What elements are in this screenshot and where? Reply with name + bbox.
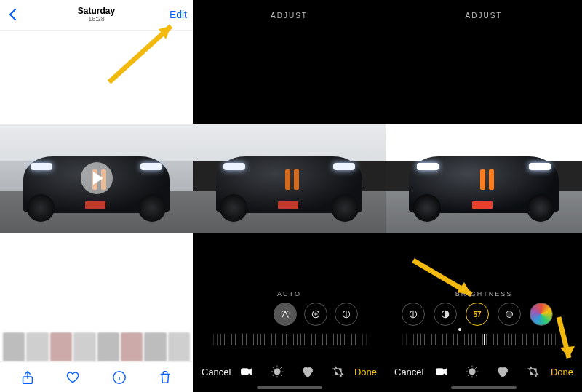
back-chevron-icon[interactable]: [6, 7, 20, 25]
done-button[interactable]: Done: [354, 367, 377, 377]
home-indicator: [451, 386, 517, 389]
cancel-button[interactable]: Cancel: [394, 367, 423, 377]
filters-tab-icon[interactable]: [495, 364, 510, 379]
exposure-icon[interactable]: [304, 303, 327, 326]
adjustment-carousel[interactable]: 57: [386, 300, 582, 328]
svg-point-12: [469, 369, 475, 375]
auto-adjust-icon[interactable]: [274, 303, 297, 326]
video-frame: [193, 124, 386, 233]
video-preview[interactable]: [0, 124, 193, 233]
black-point-icon[interactable]: [498, 303, 521, 326]
filters-tab-icon[interactable]: [300, 364, 315, 379]
adjust-tab-icon[interactable]: [465, 364, 479, 379]
video-preview[interactable]: [386, 124, 582, 233]
brightness-value-circle[interactable]: 57: [466, 303, 489, 326]
adjust-slider[interactable]: [399, 334, 569, 345]
info-icon[interactable]: [111, 369, 127, 385]
adjustment-carousel[interactable]: [193, 300, 386, 328]
video-tab-icon[interactable]: [434, 364, 449, 379]
thumbnail-strip[interactable]: [0, 332, 193, 361]
adjust-tab-icon[interactable]: [270, 364, 284, 379]
video-tab-icon[interactable]: [239, 364, 254, 379]
adjust-slider[interactable]: [206, 334, 372, 345]
crop-tab-icon[interactable]: [526, 364, 541, 379]
adjustment-name: AUTO: [193, 290, 386, 297]
edit-header: ADJUST: [193, 0, 386, 31]
screen-photos-viewer: Saturday 16:28 Edit: [0, 0, 193, 392]
crop-tab-icon[interactable]: [331, 364, 346, 379]
screen-edit-brightness: ADJUST BRIGHTNESS 57 Cancel: [386, 0, 582, 392]
share-icon[interactable]: [20, 369, 36, 385]
cancel-button[interactable]: Cancel: [202, 367, 231, 377]
edit-button[interactable]: Edit: [170, 9, 187, 20]
svg-point-8: [305, 370, 311, 376]
bottom-toolbar: [0, 361, 193, 392]
highlights-icon[interactable]: [434, 303, 457, 326]
screen-edit-auto: ADJUST AUTO Cancel Done: [193, 0, 386, 392]
header-time: 16:28: [78, 16, 115, 23]
header-title: Saturday 16:28: [78, 7, 115, 23]
done-button[interactable]: Done: [551, 367, 573, 377]
exposure-icon[interactable]: [402, 303, 425, 326]
heart-icon[interactable]: [65, 369, 81, 385]
home-indicator: [257, 386, 322, 389]
highlights-icon[interactable]: [335, 303, 358, 326]
header: Saturday 16:28 Edit: [0, 0, 193, 31]
svg-point-5: [274, 369, 280, 375]
video-frame: [386, 124, 582, 233]
video-preview[interactable]: [193, 124, 386, 233]
trash-icon[interactable]: [157, 369, 173, 385]
play-icon[interactable]: [81, 162, 113, 194]
saturation-wheel-icon[interactable]: [530, 303, 553, 326]
adjustment-name: BRIGHTNESS: [386, 290, 582, 297]
brightness-value: 57: [473, 311, 481, 319]
edit-header: ADJUST: [386, 0, 582, 31]
svg-rect-4: [242, 369, 249, 375]
svg-point-15: [500, 370, 506, 376]
svg-rect-11: [436, 369, 443, 375]
